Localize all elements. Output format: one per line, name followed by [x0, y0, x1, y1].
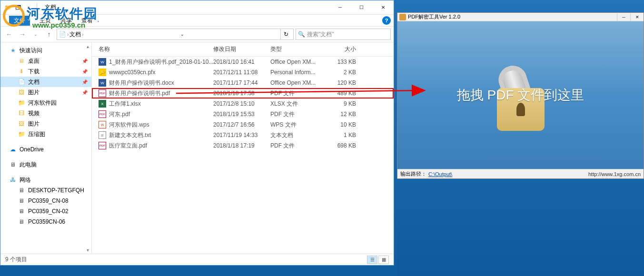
file-icon: PDF [99, 89, 106, 97]
sidebar-item[interactable]: 📄文档📌 [0, 77, 91, 87]
file-row[interactable]: PDF医疗室立面.pdf2018/1/18 17:19PDF 文件698 KB [92, 140, 394, 151]
folder-icon: 📁 [18, 130, 25, 138]
item-count: 9 个项目 [5, 256, 27, 264]
pc-icon: 🖥 [18, 207, 25, 215]
pdf-minimize-button[interactable]: ─ [617, 13, 630, 21]
pc-icon: 🖥 [18, 218, 25, 226]
pc-icon: 🖥 [18, 187, 25, 194]
statusbar: 9 个项目 ☰ ▦ [0, 254, 394, 265]
file-row[interactable]: W财务用户操作说明书.docx2017/11/17 17:44Office Op… [92, 78, 394, 88]
file-row[interactable]: W河东软件园.wps2017/12/7 16:56WPS 文件10 KB [92, 119, 394, 130]
drop-instruction: 拖拽 PDF 文件到这里 [457, 86, 585, 104]
pdf-titlebar[interactable]: PDF解密工具Ver 1.2.0 ─ ✕ [397, 13, 644, 21]
sidebar-network-item[interactable]: 🖥PC0359_CN-08 [0, 196, 91, 206]
pc-icon: 🖥 [18, 197, 25, 205]
breadcrumb[interactable]: 文档 [69, 30, 81, 39]
pin-icon: 📌 [82, 59, 88, 64]
star-icon: ★ [9, 47, 17, 54]
pin-icon: 📌 [82, 69, 88, 74]
tab-home[interactable]: 主页 [40, 17, 51, 25]
output-path-link[interactable]: C:\Output\ [428, 171, 452, 177]
sidebar-item[interactable]: 📁压缩图 [0, 129, 91, 139]
folder-icon: 🖼 [18, 120, 25, 128]
sidebar-item[interactable]: 🖼图片 [0, 118, 91, 129]
file-row[interactable]: W1_财务用户操作说明书.pdf_2018-01-10...2018/1/10 … [92, 57, 394, 67]
back-button[interactable]: ← [3, 29, 15, 40]
sidebar-item[interactable]: 🖥桌面📌 [0, 56, 91, 66]
view-details-button[interactable]: ☰ [367, 256, 377, 264]
sidebar-item[interactable]: ⬇下载📌 [0, 66, 91, 77]
file-icon: 🔑 [99, 69, 106, 76]
help-icon[interactable]: ? [382, 16, 391, 25]
pdf-statusbar: 输出路径： C:\Output\ http://www.1xg.com.cn [397, 169, 644, 178]
pdf-close-button[interactable]: ✕ [630, 13, 644, 21]
window-title: 文档 [45, 3, 56, 11]
file-row[interactable]: PDF河东.pdf2018/1/19 15:53PDF 文件12 KB [92, 109, 394, 119]
folder-icon: 📁 [3, 3, 12, 12]
folder-icon: 📁 [18, 99, 25, 107]
doc-icon: 📄 [59, 31, 66, 38]
cloud-icon: ☁ [9, 146, 17, 153]
sidebar-network[interactable]: 🖧 网络 [0, 175, 91, 185]
folder-icon: 🎞 [18, 109, 25, 117]
column-headers: 名称 修改日期 类型 大小 [92, 42, 394, 57]
pc-icon: 🖥 [9, 161, 17, 168]
qat-icon[interactable]: 🗔 [14, 3, 22, 12]
folder-icon: ⬇ [18, 68, 25, 75]
chevron-icon[interactable]: › [82, 32, 83, 37]
up-button[interactable]: ↑ [43, 29, 55, 40]
col-date[interactable]: 修改日期 [213, 45, 270, 53]
address-dropdown-icon[interactable]: ⌄ [178, 29, 187, 39]
file-row[interactable]: 🔑wwwpc0359cn.pfx2017/12/11 11:08Personal… [92, 67, 394, 78]
sidebar-network-item[interactable]: 🖥PC0359CN-06 [0, 217, 91, 227]
file-icon: W [99, 121, 106, 128]
chevron-icon[interactable]: › [67, 32, 69, 37]
address-row: ← → ⌄ ↑ 📄 › 文档 › ⌄ ↻ 🔍 搜索"文档" [0, 26, 394, 42]
search-placeholder: 搜索"文档" [307, 30, 334, 39]
site-url: http://www.1xg.com.cn [588, 171, 641, 177]
pdf-tool-window: PDF解密工具Ver 1.2.0 ─ ✕ 拖拽 PDF 文件到这里 输出路径： … [397, 12, 644, 179]
scroll-up-icon[interactable]: ▴ [84, 42, 91, 50]
search-input[interactable]: 🔍 搜索"文档" [296, 29, 391, 40]
network-icon: 🖧 [9, 176, 17, 184]
ribbon-expand-icon[interactable]: ⌄ [97, 19, 100, 23]
sidebar-network-item[interactable]: 🖥PC0359_CN-02 [0, 206, 91, 217]
minimize-button[interactable]: ─ [329, 0, 351, 14]
refresh-icon[interactable]: ↻ [280, 29, 291, 39]
address-bar[interactable]: 📄 › 文档 › ⌄ ↻ [57, 29, 294, 40]
sidebar-item[interactable]: 📁河东软件园 [0, 98, 91, 108]
sidebar-item[interactable]: 🎞视频 [0, 108, 91, 118]
file-row[interactable]: ≡新建文本文档.txt2017/11/19 14:33文本文档1 KB [92, 130, 394, 140]
folder-icon: 🖥 [18, 57, 25, 65]
lock-icon [399, 14, 406, 20]
col-size[interactable]: 大小 [327, 45, 370, 53]
qat-dropdown-icon[interactable]: ▾ [24, 3, 33, 12]
desktop-background [397, 182, 644, 276]
col-type[interactable]: 类型 [270, 45, 327, 53]
close-button[interactable]: ✕ [372, 0, 394, 14]
tab-file[interactable]: 文件 [9, 16, 30, 26]
file-icon: X [99, 100, 106, 108]
file-row[interactable]: X工作簿1.xlsx2017/12/8 15:10XLSX 文件9 KB [92, 99, 394, 109]
sidebar-network-item[interactable]: 🖥DESKTOP-7ETGFQH [0, 185, 91, 196]
forward-button[interactable]: → [17, 29, 28, 40]
recent-dropdown-icon[interactable]: ⌄ [30, 29, 41, 40]
titlebar[interactable]: 📁 🗔 ▾ 文档 ─ ☐ ✕ [0, 0, 394, 15]
tab-view[interactable]: 查看 [81, 17, 93, 25]
sidebar: ▴ ★ 快速访问 🖥桌面📌⬇下载📌📄文档📌🖼图片📌📁河东软件园🎞视频🖼图片📁压缩… [0, 42, 92, 254]
file-icon: ≡ [99, 131, 106, 139]
sidebar-item[interactable]: 🖼图片📌 [0, 87, 91, 98]
output-label: 输出路径： [400, 170, 426, 177]
pdf-drop-zone[interactable]: 拖拽 PDF 文件到这里 [397, 21, 644, 169]
sidebar-quick-access[interactable]: ★ 快速访问 [0, 45, 91, 56]
sidebar-onedrive[interactable]: ☁ OneDrive [0, 144, 91, 155]
file-icon: PDF [99, 110, 106, 118]
folder-icon: 📄 [18, 78, 25, 86]
col-name[interactable]: 名称 [92, 45, 213, 53]
maximize-button[interactable]: ☐ [351, 0, 372, 14]
tab-share[interactable]: 共享 [60, 17, 72, 25]
view-icons-button[interactable]: ▦ [378, 256, 389, 264]
scroll-down-icon[interactable]: ▾ [84, 246, 91, 254]
file-row[interactable]: PDF财务用户操作说明书.pdf2018/1/18 17:58PDF 文件489… [92, 88, 394, 99]
sidebar-thispc[interactable]: 🖥 此电脑 [0, 159, 91, 170]
